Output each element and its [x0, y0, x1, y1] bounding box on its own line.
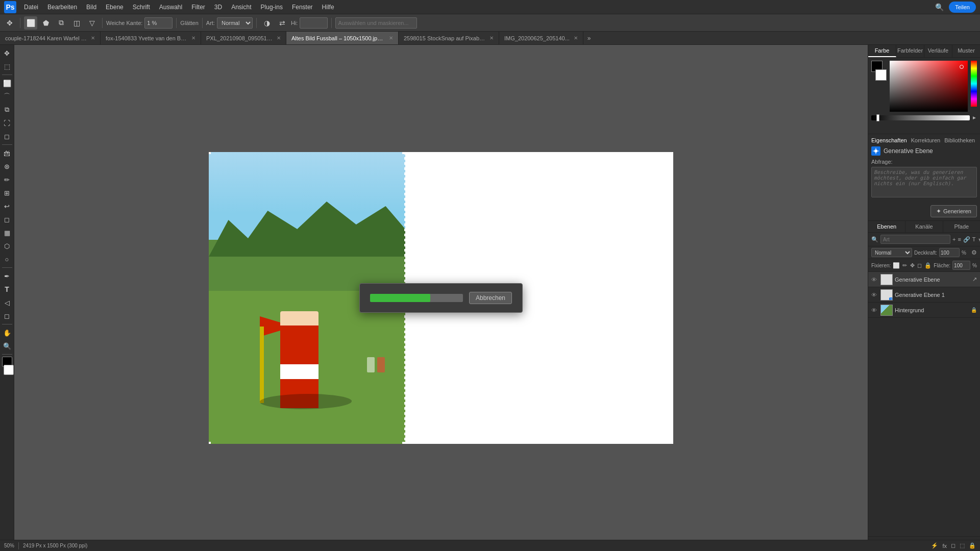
tool-blur[interactable]: ⬡ [1, 240, 13, 252]
status-icon-1[interactable]: ⚡ [931, 542, 938, 549]
tab-close-4[interactable]: ✕ [489, 35, 494, 41]
tab-close-3[interactable]: ✕ [389, 35, 393, 41]
menu-schrift[interactable]: Schrift [129, 3, 154, 12]
content-aware-icon[interactable]: ◫ [70, 16, 83, 30]
tool-artboard[interactable]: ⬚ [1, 60, 13, 72]
layers-add-icon[interactable]: + [952, 235, 955, 244]
tool-hand[interactable]: ✋ [1, 327, 13, 339]
lock-transparent-btn[interactable]: ⬜ [893, 261, 900, 270]
layers-settings-icon[interactable]: ⚙ [971, 249, 977, 256]
tool-pen[interactable]: ✒ [1, 270, 13, 282]
menu-auswahl[interactable]: Auswahl [156, 3, 186, 12]
layers-tab-ebenen[interactable]: Ebenen [868, 221, 905, 232]
props-tab-korrekturen[interactable]: Korrekturen [911, 137, 940, 143]
layer-item-0[interactable]: 👁 Generative Ebene ↗ [868, 272, 980, 287]
tab-close-2[interactable]: ✕ [277, 35, 281, 41]
layers-effect-icon[interactable]: ★ [978, 235, 980, 244]
status-icon-4[interactable]: ⬚ [960, 542, 965, 549]
menu-bearbeiten[interactable]: Bearbeiten [44, 3, 81, 12]
menu-3d[interactable]: 3D [211, 3, 226, 12]
tool-history-brush[interactable]: ↩ [1, 200, 13, 212]
status-icon-3[interactable]: ◻ [951, 542, 955, 549]
tab-1[interactable]: fox-1540833 Yvette van den Berg Pixabay.… [101, 32, 201, 44]
layer-item-1[interactable]: 👁 1 Generative Ebene 1 [868, 287, 980, 303]
tab-2[interactable]: PXL_20210908_095051314.jpg ✕ [201, 32, 286, 44]
layers-type-icon[interactable]: T [972, 235, 976, 244]
layer-eye-0[interactable]: 👁 [871, 277, 878, 283]
tool-shape[interactable]: ◻ [1, 310, 13, 322]
tabs-more-button[interactable]: » [583, 32, 595, 44]
lock-pixels-btn[interactable]: ✏ [902, 261, 908, 270]
share-button[interactable]: Teilen [949, 2, 976, 13]
tool-eyedropper[interactable]: 🖄 [1, 147, 13, 159]
menu-fenster[interactable]: Fenster [288, 3, 316, 12]
menu-plugins[interactable]: Plug-ins [257, 3, 286, 12]
toolbar-icon-a[interactable]: ◑ [260, 16, 274, 30]
color-tab-farbe[interactable]: Farbe [868, 45, 896, 57]
menu-filter[interactable]: Filter [188, 3, 209, 12]
menu-ansicht[interactable]: Ansicht [228, 3, 255, 12]
menu-bild[interactable]: Bild [83, 3, 100, 12]
progress-cancel-button[interactable]: Abbrechen [469, 292, 512, 304]
menu-datei[interactable]: Datei [20, 3, 42, 12]
color-hue-strip[interactable] [971, 61, 977, 107]
tab-5[interactable]: IMG_20200625_205140... ✕ [499, 32, 583, 44]
tab-0[interactable]: couple-1718244 Karen Warfel auf Pixabay.… [0, 32, 101, 44]
layers-link-icon[interactable]: 🔗 [963, 235, 970, 244]
tool-spot-heal[interactable]: ⊛ [1, 160, 13, 172]
transform-icon[interactable]: ⧉ [55, 16, 68, 30]
generieren-button[interactable]: ✦ Generieren [930, 205, 977, 217]
tool-stamp[interactable]: ⊞ [1, 187, 13, 199]
fill-input[interactable] [952, 261, 970, 270]
layers-tab-kanaele[interactable]: Kanäle [905, 221, 943, 232]
tab-close-5[interactable]: ✕ [574, 35, 578, 41]
layers-tab-pfade[interactable]: Pfade [943, 221, 980, 232]
tool-type[interactable]: T [1, 283, 13, 295]
tool-eraser[interactable]: ◻ [1, 213, 13, 226]
tool-dodge[interactable]: ○ [1, 253, 13, 265]
extra-icon[interactable]: ▽ [85, 16, 99, 30]
tool-object-select[interactable]: ⧉ [1, 104, 13, 116]
props-tab-bibliotheken[interactable]: Bibliotheken [944, 137, 975, 143]
mask-search-input[interactable] [335, 17, 417, 29]
layer-item-2[interactable]: 👁 Hintergrund 🔒 [868, 303, 980, 318]
tool-frame[interactable]: ◻ [1, 130, 13, 142]
tool-move[interactable]: ✥ [1, 47, 13, 59]
color-tab-verlaeufe[interactable]: Verläufe [924, 45, 952, 57]
tool-lasso[interactable]: ⌒ [1, 90, 13, 103]
status-icon-5[interactable]: 🔒 [969, 542, 976, 549]
menu-hilfe[interactable]: Hilfe [318, 3, 338, 12]
props-tab-eigenschaften[interactable]: Eigenschaften [871, 137, 907, 143]
lock-all-btn[interactable]: 🔒 [924, 261, 932, 270]
rect-select-icon[interactable]: ⬜ [24, 16, 37, 30]
tool-gradient[interactable]: ▦ [1, 227, 13, 239]
tool-brush[interactable]: ✏ [1, 173, 13, 186]
lock-position-btn[interactable]: ✥ [910, 261, 915, 270]
layers-search-input[interactable] [880, 235, 950, 244]
toolbar-icon-b[interactable]: ⇄ [276, 16, 289, 30]
tool-zoom[interactable]: 🔍 [1, 340, 13, 352]
art-select[interactable]: Normal [217, 17, 253, 29]
brush-size-input[interactable] [144, 17, 173, 29]
layer-eye-2[interactable]: 👁 [871, 307, 878, 313]
tool-rect-select[interactable]: ⬜ [1, 77, 13, 89]
lock-artboard-btn[interactable]: ◻ [917, 261, 923, 270]
tool-path-select[interactable]: ◁ [1, 296, 13, 309]
menu-ebene[interactable]: Ebene [102, 3, 127, 12]
color-spectrum[interactable] [890, 61, 968, 112]
search-icon[interactable]: 🔍 [935, 3, 944, 11]
hi-input[interactable] [300, 17, 328, 29]
background-color-swatch[interactable] [875, 69, 887, 81]
color-tab-muster[interactable]: Muster [952, 45, 980, 57]
color-brightness-slider[interactable] [871, 115, 970, 120]
lasso-icon[interactable]: ⬟ [39, 16, 53, 30]
tab-3[interactable]: Altes Bild Fussball – 1050x1500.jpg bei … [286, 32, 399, 44]
abfrage-textarea[interactable] [871, 167, 977, 197]
tool-bg-color[interactable] [4, 365, 14, 375]
status-icon-2[interactable]: fx [942, 543, 947, 549]
layers-filter-icon[interactable]: ≡ [958, 235, 961, 244]
tool-crop[interactable]: ⛶ [1, 117, 13, 129]
blend-mode-select[interactable]: Normal [871, 248, 912, 257]
tab-4[interactable]: 2598015 StockSnap auf Pixabay.jpg ✕ [399, 32, 499, 44]
tab-close-0[interactable]: ✕ [91, 35, 95, 41]
